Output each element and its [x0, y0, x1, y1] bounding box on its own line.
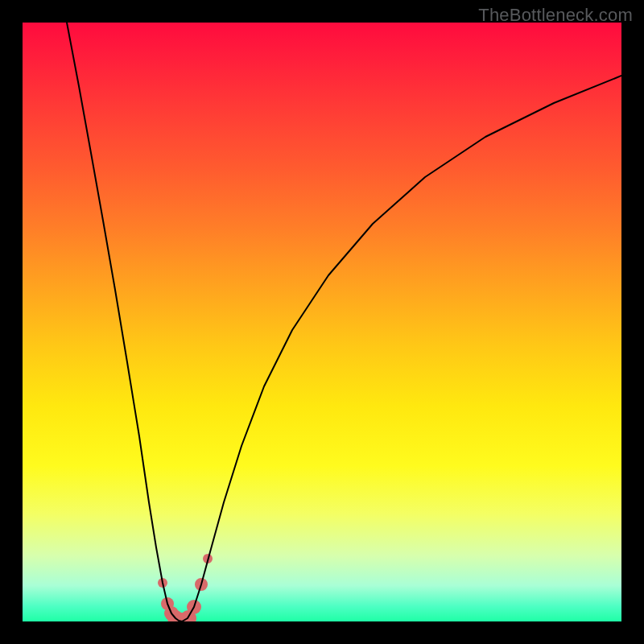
watermark-text: TheBottleneck.com — [478, 5, 633, 26]
chart-frame: TheBottleneck.com — [0, 0, 644, 644]
plot-area — [23, 23, 621, 621]
marker-group — [158, 554, 213, 621]
curves-svg — [23, 23, 621, 621]
right-curve — [182, 76, 621, 621]
left-curve — [67, 23, 182, 621]
